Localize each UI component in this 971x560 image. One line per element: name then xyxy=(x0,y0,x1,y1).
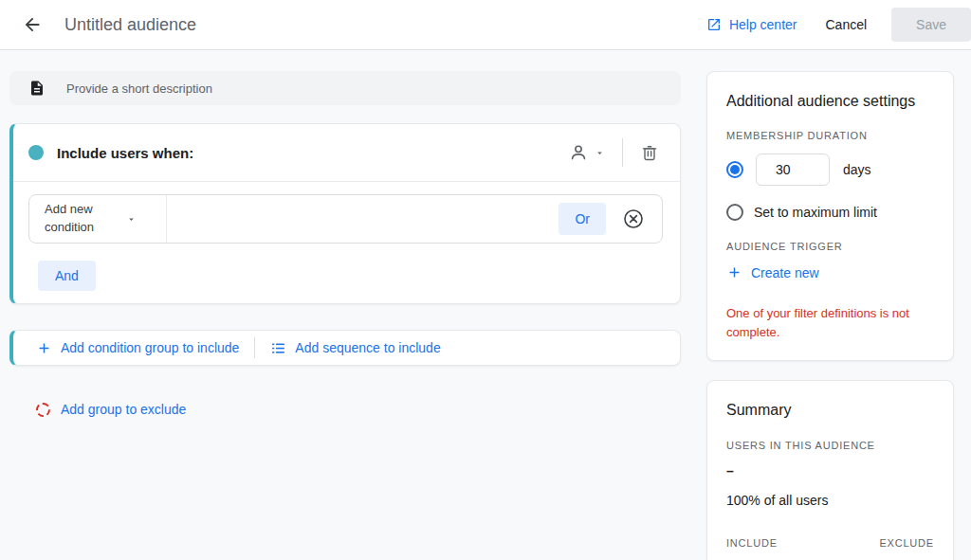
save-button[interactable]: Save xyxy=(891,8,971,42)
additional-settings-card: Additional audience settings MEMBERSHIP … xyxy=(706,71,954,361)
description-input[interactable] xyxy=(66,81,662,96)
person-icon xyxy=(568,142,589,163)
add-group-bar: Add condition group to include Add seque… xyxy=(9,330,681,366)
topbar: Untitled audience Help center Cancel Sav… xyxy=(0,0,971,50)
cancel-button[interactable]: Cancel xyxy=(825,17,867,32)
arrow-back-icon xyxy=(22,14,43,35)
users-in-audience-label: USERS IN THIS AUDIENCE xyxy=(726,440,934,451)
page-title: Untitled audience xyxy=(64,15,196,35)
add-condition-dropdown[interactable]: Add new condition xyxy=(45,201,166,237)
plus-icon xyxy=(726,264,742,280)
add-condition-group-label: Add condition group to include xyxy=(61,340,239,355)
duration-days-input[interactable] xyxy=(756,154,830,186)
additional-settings-title: Additional audience settings xyxy=(726,93,934,110)
membership-duration-row: days xyxy=(726,154,934,186)
summary-title: Summary xyxy=(726,402,934,419)
include-group-body: Add new condition Or And xyxy=(13,182,680,303)
create-trigger-label: Create new xyxy=(751,265,819,280)
document-icon xyxy=(28,80,46,97)
add-group-divider xyxy=(254,337,255,358)
chevron-down-icon xyxy=(126,214,137,225)
help-center-link[interactable]: Help center xyxy=(706,17,797,32)
dashed-circle-icon xyxy=(36,403,50,417)
exclude-column-label: EXCLUDE xyxy=(879,537,934,549)
include-group-header: Include users when: xyxy=(13,124,680,182)
or-button[interactable]: Or xyxy=(559,203,606,235)
audience-trigger-label: AUDIENCE TRIGGER xyxy=(726,241,934,252)
main-content: Include users when: xyxy=(0,50,971,560)
condition-divider xyxy=(166,195,167,243)
create-trigger-link[interactable]: Create new xyxy=(726,264,934,280)
audience-builder-column: Include users when: xyxy=(9,71,681,560)
max-limit-radio[interactable] xyxy=(726,204,743,221)
include-group-card: Include users when: xyxy=(9,123,681,304)
duration-days-radio[interactable] xyxy=(726,161,743,178)
description-field-container[interactable] xyxy=(9,71,681,105)
add-condition-dropdown-label: Add new condition xyxy=(45,201,126,237)
group-scope-dot xyxy=(28,145,44,160)
header-divider xyxy=(622,138,623,167)
trash-icon xyxy=(640,143,659,162)
include-group-title: Include users when: xyxy=(57,145,193,161)
delete-group-button[interactable] xyxy=(636,139,663,166)
max-limit-label: Set to maximum limit xyxy=(754,205,877,220)
add-exclude-group-label: Add group to exclude xyxy=(61,402,186,417)
duration-unit-label: days xyxy=(843,162,871,177)
percent-of-users: 100% of all users xyxy=(726,493,934,508)
close-circle-icon xyxy=(622,208,645,230)
summary-card: Summary USERS IN THIS AUDIENCE – 100% of… xyxy=(706,380,954,560)
add-condition-group-link[interactable]: Add condition group to include xyxy=(36,340,239,356)
max-limit-row: Set to maximum limit xyxy=(726,204,934,221)
filter-error-message: One of your filter definitions is not co… xyxy=(726,304,934,342)
open-in-new-icon xyxy=(706,17,722,32)
add-exclude-group-link[interactable]: Add group to exclude xyxy=(36,402,681,417)
condition-row: Add new condition Or xyxy=(28,194,663,244)
scope-selector-button[interactable] xyxy=(564,138,609,167)
plus-icon xyxy=(36,340,52,356)
help-center-label: Help center xyxy=(729,17,797,32)
membership-duration-label: MEMBERSHIP DURATION xyxy=(726,130,934,141)
include-column-label: INCLUDE xyxy=(726,537,778,549)
add-sequence-link[interactable]: Add sequence to include xyxy=(270,340,440,356)
remove-condition-button[interactable] xyxy=(618,204,649,234)
numbered-list-icon xyxy=(270,340,286,356)
chevron-down-icon xyxy=(595,148,605,158)
add-sequence-label: Add sequence to include xyxy=(295,340,440,355)
back-button[interactable] xyxy=(17,9,47,40)
and-button[interactable]: And xyxy=(38,261,96,291)
users-in-audience-value: – xyxy=(726,463,934,479)
settings-column: Additional audience settings MEMBERSHIP … xyxy=(706,71,954,560)
